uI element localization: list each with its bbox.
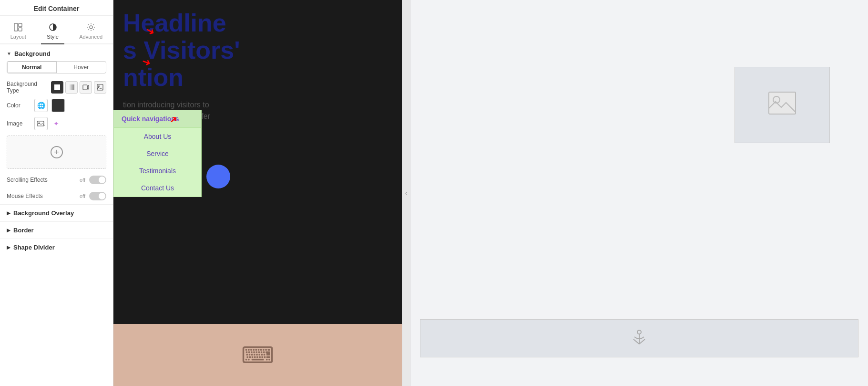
bg-type-gradient[interactable] <box>65 81 78 94</box>
quick-nav-dropdown: Quick navigations About Us Service Testi… <box>113 110 202 197</box>
border-expand-icon: ▶ <box>7 228 10 233</box>
mouse-effects-toggle[interactable] <box>89 192 106 200</box>
bottom-image: ⌨ <box>113 324 402 386</box>
background-section-title: ▼ Background <box>0 44 113 61</box>
image-placeholder-icon <box>768 91 797 119</box>
overlay-label: Background Overlay <box>13 209 74 217</box>
quick-nav-service[interactable]: Service <box>114 145 201 162</box>
svg-rect-2 <box>19 28 22 31</box>
tab-layout-label: Layout <box>10 34 26 40</box>
headline-line1: Headline <box>123 10 388 37</box>
svg-rect-8 <box>97 84 103 90</box>
style-icon <box>48 22 58 32</box>
upload-plus-icon: + <box>51 146 63 158</box>
color-swatch[interactable] <box>51 99 65 112</box>
svg-rect-0 <box>14 23 18 31</box>
mouse-effects-value: off <box>80 193 85 199</box>
canvas-area: Headline s Visitors' ntion tion introduc… <box>113 0 402 386</box>
mouse-effects-label: Mouse Effects <box>7 193 76 199</box>
image-upload-btn[interactable] <box>34 117 48 130</box>
svg-point-9 <box>98 85 100 87</box>
border-label: Border <box>13 227 34 234</box>
bg-type-solid[interactable] <box>51 81 63 94</box>
right-panel <box>410 0 868 386</box>
bg-type-icons <box>51 81 106 94</box>
scrolling-effects-row: Scrolling Effects off <box>0 172 113 188</box>
bg-type-label: Background Type <box>7 81 48 94</box>
bg-type-row: Background Type <box>0 78 113 96</box>
bg-type-video[interactable] <box>80 81 92 94</box>
tab-advanced-label: Advanced <box>79 34 102 40</box>
svg-rect-7 <box>83 85 87 90</box>
magic-wand-btn[interactable]: ✦ <box>51 119 61 128</box>
quick-nav-contact[interactable]: Contact Us <box>114 179 201 197</box>
svg-line-17 <box>639 339 645 344</box>
svg-line-16 <box>633 339 639 344</box>
svg-rect-5 <box>54 84 60 90</box>
cta-button[interactable] <box>206 165 230 188</box>
image-label: Image <box>7 120 31 127</box>
layout-icon <box>13 22 23 32</box>
hover-btn[interactable]: Hover <box>57 62 106 73</box>
quick-nav-header: Quick navigations <box>114 110 201 128</box>
normal-btn[interactable]: Normal <box>7 62 57 73</box>
tab-advanced[interactable]: Advanced <box>73 21 108 44</box>
headline-text: Headline s Visitors' ntion <box>113 0 402 92</box>
overlay-expand-icon: ▶ <box>7 210 10 216</box>
border-section[interactable]: ▶ Border <box>0 221 113 239</box>
svg-rect-6 <box>69 84 74 90</box>
headline-line2: s Visitors' <box>123 37 388 64</box>
right-image-placeholder <box>735 67 830 143</box>
global-color-btn[interactable]: 🌐 <box>34 99 48 112</box>
main-content: Headline s Visitors' ntion tion introduc… <box>113 0 868 386</box>
svg-rect-12 <box>769 92 796 114</box>
shape-divider-section[interactable]: ▶ Shape Divider <box>0 239 113 256</box>
svg-point-4 <box>90 26 92 29</box>
normal-hover-switcher: Normal Hover <box>7 61 106 73</box>
right-bottom-placeholder <box>420 319 858 357</box>
shape-divider-label: Shape Divider <box>13 244 55 251</box>
tab-layout[interactable]: Layout <box>5 21 32 44</box>
tab-style[interactable]: Style <box>41 21 64 44</box>
quick-nav-testimonials[interactable]: Testimonials <box>114 162 201 179</box>
svg-rect-1 <box>19 23 22 27</box>
quick-nav-about[interactable]: About Us <box>114 128 201 145</box>
mouse-effects-row: Mouse Effects off <box>0 188 113 204</box>
subtext-line1: tion introducing visitors to <box>123 99 392 111</box>
bottom-section: ⌨ <box>113 324 402 386</box>
headline-line3: ntion <box>123 64 388 91</box>
panel-title: Edit Container <box>0 0 113 16</box>
left-panel: Edit Container Layout Style <box>0 0 113 386</box>
bg-type-image[interactable] <box>94 81 106 94</box>
tabs-row: Layout Style Advanced <box>0 16 113 44</box>
scrolling-effects-toggle[interactable] <box>89 176 106 184</box>
color-row: Color 🌐 <box>0 96 113 115</box>
shape-divider-expand-icon: ▶ <box>7 245 10 250</box>
gear-icon <box>86 22 96 32</box>
image-upload-area[interactable]: + <box>7 136 106 169</box>
svg-point-14 <box>637 330 641 334</box>
background-overlay-section[interactable]: ▶ Background Overlay <box>0 204 113 221</box>
scrolling-effects-label: Scrolling Effects <box>7 177 76 183</box>
tab-style-label: Style <box>47 34 58 40</box>
scrolling-effects-value: off <box>80 177 85 183</box>
expand-arrow: ▼ <box>7 51 11 56</box>
collapse-handle[interactable]: ‹ <box>402 0 410 386</box>
image-row: Image ✦ <box>0 115 113 133</box>
anchor-icon <box>630 327 649 349</box>
color-label: Color <box>7 102 31 109</box>
